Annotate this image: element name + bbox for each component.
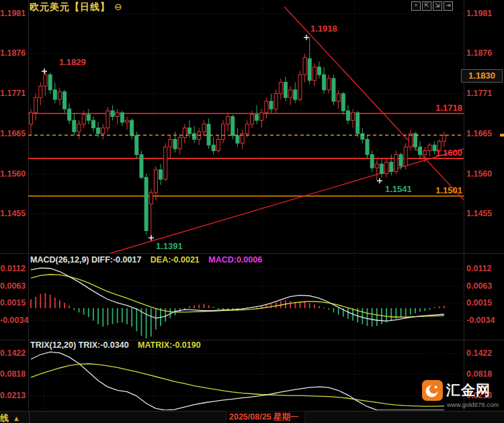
bottom-bar-divider (29, 412, 30, 423)
trix-header: TRIX(12,20) TRIX:-0.0340 MATRIX:-0.0190 (30, 340, 201, 350)
trix-matrix-value: MATRIX:-0.0190 (138, 340, 201, 350)
macd-dea-value: DEA:-0.0021 (151, 255, 200, 265)
macd-hist-value: MACD:0.0006 (208, 255, 262, 265)
site-watermark: 汇金网 www.gold678.com (422, 380, 504, 411)
candlestick-chart-canvas[interactable] (0, 0, 504, 423)
crosshair-pan-icon[interactable]: + (411, 1, 421, 11)
zoom-axis-out-icon[interactable]: ⇲ (433, 1, 442, 11)
macd-title-and-diff: MACD(26,12,9) DIFF:-0.0017 (30, 255, 141, 265)
crosshair-price-tag: 1.1830 (461, 69, 503, 83)
trendline (104, 148, 465, 255)
symbol-title: 欧元美元【日线】⊖ (30, 1, 123, 13)
draw-line-tool-label: 线 (0, 413, 9, 423)
trix-title-and-value: TRIX(12,20) TRIX:-0.0340 (30, 340, 129, 350)
swing-marker-cross (377, 178, 382, 183)
trix-group (31, 352, 444, 410)
swing-marker-cross (149, 235, 154, 240)
go-to-latest-icon[interactable]: ⇥ (444, 1, 453, 11)
trendline (284, 7, 465, 201)
chart-window: 欧元美元【日线】⊖ + ⇱ ⇲ ⇥ 1.1830 MACD(26,12,9) D… (0, 0, 504, 423)
zoom-axis-in-icon[interactable]: ⇱ (422, 1, 431, 11)
candles-group (30, 38, 446, 238)
matrix-line (31, 364, 444, 406)
collapse-icon[interactable]: ⊖ (114, 1, 123, 12)
watermark-site-name: 汇金网 (446, 381, 491, 399)
draw-line-tool-button[interactable]: 线▲ (0, 412, 20, 423)
swing-marker-cross (42, 68, 47, 74)
macd-header: MACD(26,12,9) DIFF:-0.0017 DEA:-0.0021 M… (30, 255, 262, 265)
crosshair-date-tag: 2025/08/25 星期一 (226, 411, 305, 423)
huijin-logo-icon (422, 380, 443, 401)
chart-toolbar: + ⇱ ⇲ ⇥ (411, 1, 453, 11)
swing-marker-cross (304, 35, 309, 40)
symbol-title-text: 欧元美元【日线】 (30, 1, 110, 12)
watermark-site-url: www.gold678.com (447, 401, 499, 408)
trix-line (31, 352, 444, 410)
tool-arrow-icon: ▲ (13, 414, 20, 422)
